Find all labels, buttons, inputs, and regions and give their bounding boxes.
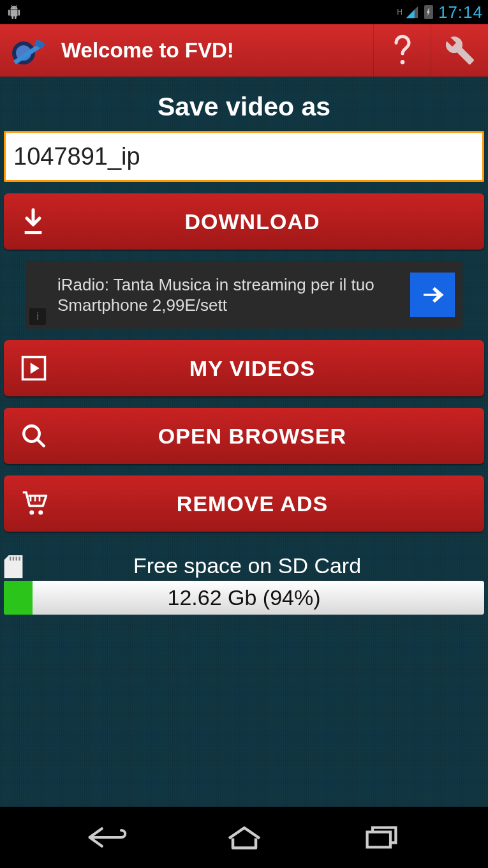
arrow-right-icon (419, 281, 446, 308)
svg-point-4 (400, 60, 404, 64)
home-icon (225, 825, 263, 850)
open-browser-button[interactable]: OPEN BROWSER (4, 408, 484, 464)
storage-bar: 12.62 Gb (94%) (4, 581, 484, 615)
svg-point-8 (29, 511, 34, 515)
wrench-icon (445, 35, 475, 66)
ad-info-icon[interactable]: i (29, 308, 46, 325)
app-logo-icon (5, 28, 50, 73)
ad-text: iRadio: Tanta Musica in streaming per il… (57, 274, 410, 316)
navigation-bar (0, 807, 488, 868)
settings-button[interactable] (431, 24, 488, 77)
clock: 17:14 (438, 3, 483, 22)
app-bar: Welcome to FVD! (0, 24, 488, 77)
filename-input[interactable] (4, 131, 484, 182)
svg-rect-13 (18, 557, 20, 560)
download-label: DOWNLOAD (55, 209, 484, 234)
back-icon (86, 825, 128, 850)
search-icon (20, 423, 47, 449)
main-content: Save video as DOWNLOAD i iRadio: Tanta M… (0, 77, 488, 807)
download-icon (20, 207, 46, 236)
remove-ads-label: REMOVE ADS (55, 491, 484, 516)
play-icon (20, 355, 47, 382)
nav-recent-button[interactable] (343, 818, 420, 857)
battery-icon (424, 5, 433, 19)
network-h-indicator: H (397, 8, 403, 17)
recent-apps-icon (364, 825, 399, 850)
open-browser-label: OPEN BROWSER (55, 424, 484, 449)
android-icon (5, 5, 23, 19)
remove-ads-button[interactable]: REMOVE ADS (4, 475, 484, 532)
sd-card-icon (4, 555, 23, 578)
svg-rect-14 (367, 832, 390, 848)
storage-label: Free space on SD Card (29, 553, 484, 578)
download-button[interactable]: DOWNLOAD (4, 193, 484, 250)
my-videos-button[interactable]: MY VIDEOS (4, 340, 484, 396)
cart-icon (20, 490, 50, 517)
ad-banner[interactable]: i iRadio: Tanta Musica in streaming per … (26, 261, 462, 329)
storage-value: 12.62 Gb (94%) (4, 581, 484, 615)
svg-rect-10 (10, 557, 11, 560)
svg-rect-11 (13, 557, 14, 560)
status-bar: H 17:14 (0, 0, 488, 24)
svg-point-9 (38, 511, 43, 515)
save-as-label: Save video as (0, 92, 488, 122)
svg-rect-1 (427, 5, 431, 7)
nav-home-button[interactable] (206, 818, 283, 857)
my-videos-label: MY VIDEOS (55, 356, 484, 381)
nav-back-button[interactable] (69, 818, 145, 857)
help-button[interactable] (373, 24, 431, 77)
app-title: Welcome to FVD! (61, 38, 373, 63)
svg-rect-5 (25, 231, 42, 234)
question-icon (390, 34, 415, 66)
ad-arrow-button[interactable] (410, 273, 455, 317)
storage-section: Free space on SD Card 12.62 Gb (94%) (0, 553, 488, 615)
signal-icon (405, 5, 419, 19)
svg-rect-12 (16, 557, 17, 560)
